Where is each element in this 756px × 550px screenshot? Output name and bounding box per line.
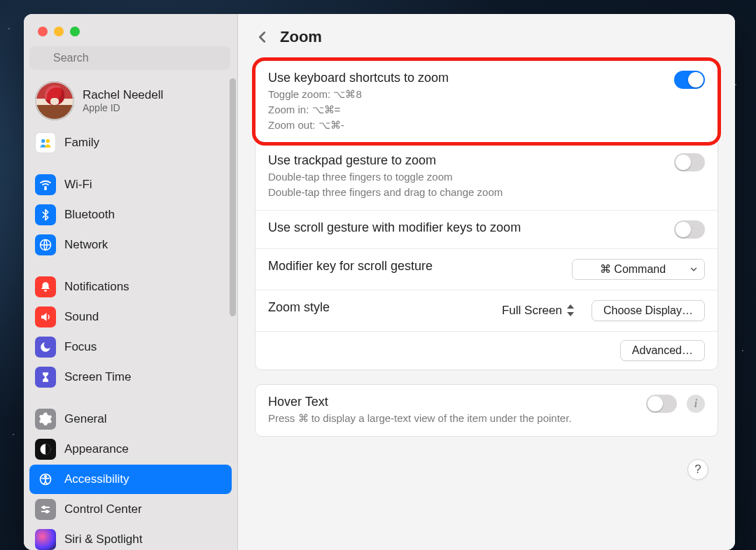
main-pane: Zoom Use keyboard shortcuts to zoom Togg…: [238, 14, 735, 550]
sidebar-item-bluetooth[interactable]: Bluetooth: [29, 200, 232, 230]
row-sub: Toggle zoom: ⌥⌘8 Zoom in: ⌥⌘= Zoom out: …: [268, 87, 662, 132]
highlight-annotation: Use keyboard shortcuts to zoom Toggle zo…: [252, 57, 721, 146]
sidebar-item-wifi[interactable]: Wi-Fi: [29, 170, 232, 199]
svg-point-12: [46, 510, 48, 512]
row-trackpad-gesture: Use trackpad gesture to zoom Double-tap …: [255, 143, 718, 210]
sidebar-item-accessibility[interactable]: Accessibility: [29, 465, 232, 494]
search-input[interactable]: [29, 46, 230, 70]
sidebar-scroll: Rachel Needell Apple ID Family Wi-Fi: [24, 77, 237, 550]
modifier-key-select[interactable]: ⌘ Command: [572, 259, 705, 280]
svg-point-2: [41, 139, 45, 143]
account-name: Rachel Needell: [83, 88, 163, 102]
chevron-updown-icon: [566, 304, 576, 316]
fullscreen-window-button[interactable]: [70, 27, 80, 36]
sidebar-item-network[interactable]: Network: [29, 230, 232, 260]
info-button[interactable]: i: [687, 395, 705, 413]
page-title: Zoom: [280, 28, 322, 46]
sidebar-item-label: Bluetooth: [64, 208, 115, 222]
sidebar-item-label: Notifications: [64, 280, 130, 294]
sidebar-item-label: Sound: [64, 310, 99, 324]
sidebar-item-sound[interactable]: Sound: [29, 302, 232, 332]
row-sub: Press ⌘ to display a large-text view of …: [268, 411, 634, 426]
sidebar-item-label: Focus: [64, 340, 97, 354]
zoom-style-select[interactable]: Full Screen: [496, 301, 582, 320]
toggle-keyboard-shortcuts[interactable]: [674, 71, 705, 89]
sidebar-item-notifications[interactable]: Notifications: [29, 272, 232, 302]
row-hover-text: Hover Text Press ⌘ to display a large-te…: [255, 385, 718, 436]
sidebar-item-label: Control Center: [64, 502, 142, 516]
family-icon: [35, 132, 56, 153]
row-title: Hover Text: [268, 395, 634, 409]
account-sub: Apple ID: [83, 102, 163, 113]
header: Zoom: [238, 14, 735, 59]
toggle-trackpad-gesture[interactable]: [674, 153, 705, 171]
select-value: Full Screen: [502, 304, 562, 318]
row-title: Modifier key for scroll gesture: [268, 259, 559, 274]
select-value: ⌘ Command: [600, 262, 666, 276]
sidebar-item-screen-time[interactable]: Screen Time: [29, 362, 232, 392]
sidebar: Rachel Needell Apple ID Family Wi-Fi: [24, 14, 238, 550]
speaker-icon: [35, 306, 56, 327]
settings-window: Rachel Needell Apple ID Family Wi-Fi: [24, 14, 735, 550]
hourglass-icon: [35, 367, 56, 388]
svg-point-8: [45, 476, 47, 478]
bluetooth-icon: [35, 204, 56, 225]
choose-display-button[interactable]: Choose Display…: [592, 300, 705, 321]
help-button[interactable]: ?: [687, 459, 708, 480]
siri-icon: [35, 529, 56, 550]
row-keyboard-shortcuts: Use keyboard shortcuts to zoom Toggle zo…: [255, 61, 718, 142]
sliders-icon: [35, 499, 56, 520]
row-scroll-gesture: Use scroll gesture with modifier keys to…: [255, 210, 718, 248]
window-controls: [24, 24, 237, 46]
content: Use keyboard shortcuts to zoom Toggle zo…: [238, 59, 735, 451]
toggle-hover-text[interactable]: [646, 395, 677, 413]
account-item[interactable]: Rachel Needell Apple ID: [29, 77, 232, 127]
minimize-window-button[interactable]: [54, 27, 64, 36]
sidebar-item-siri[interactable]: Siri & Spotlight: [29, 525, 232, 550]
bell-icon: [35, 276, 56, 297]
row-advanced: Advanced…: [255, 331, 718, 369]
svg-point-10: [43, 506, 45, 508]
row-title: Use keyboard shortcuts to zoom: [268, 71, 662, 85]
toggle-scroll-gesture[interactable]: [674, 220, 705, 239]
wifi-icon: [35, 174, 56, 195]
hover-panel: Hover Text Press ⌘ to display a large-te…: [255, 384, 718, 437]
sidebar-item-label: Screen Time: [64, 370, 131, 384]
sidebar-item-family[interactable]: Family: [29, 128, 232, 157]
accessibility-icon: [35, 469, 56, 490]
scrollbar-thumb[interactable]: [230, 78, 236, 316]
chevron-down-icon: [689, 265, 699, 274]
sidebar-item-label: Siri & Spotlight: [64, 533, 143, 547]
sidebar-item-focus[interactable]: Focus: [29, 332, 232, 362]
sidebar-item-general[interactable]: General: [29, 404, 232, 434]
scrollbar[interactable]: [227, 77, 237, 357]
search-wrap: [24, 46, 237, 77]
row-zoom-style: Zoom style Full Screen Choose Display…: [255, 290, 718, 331]
appearance-icon: [35, 439, 56, 460]
sidebar-item-label: Wi-Fi: [64, 178, 92, 192]
row-sub: Double-tap three fingers to toggle zoom …: [268, 169, 662, 200]
sidebar-item-control-center[interactable]: Control Center: [29, 495, 232, 524]
sidebar-item-label: Accessibility: [64, 472, 130, 486]
advanced-button[interactable]: Advanced…: [620, 340, 705, 361]
sidebar-item-label: Appearance: [64, 442, 129, 456]
back-button[interactable]: [255, 29, 270, 45]
sidebar-item-label: General: [64, 412, 106, 426]
row-title: Use trackpad gesture to zoom: [268, 153, 662, 168]
moon-icon: [35, 337, 56, 358]
globe-icon: [35, 234, 56, 255]
sidebar-item-appearance[interactable]: Appearance: [29, 435, 232, 464]
svg-point-3: [46, 139, 50, 143]
zoom-panel: Use keyboard shortcuts to zoom Toggle zo…: [255, 59, 718, 370]
row-modifier-key: Modifier key for scroll gesture ⌘ Comman…: [255, 248, 718, 290]
sidebar-item-label: Network: [64, 238, 108, 252]
row-title: Zoom style: [268, 300, 484, 315]
close-window-button[interactable]: [38, 27, 48, 36]
avatar: [35, 81, 74, 120]
row-title: Use scroll gesture with modifier keys to…: [268, 220, 662, 235]
gear-icon: [35, 409, 56, 430]
sidebar-item-label: Family: [64, 136, 99, 150]
svg-point-4: [45, 188, 46, 190]
